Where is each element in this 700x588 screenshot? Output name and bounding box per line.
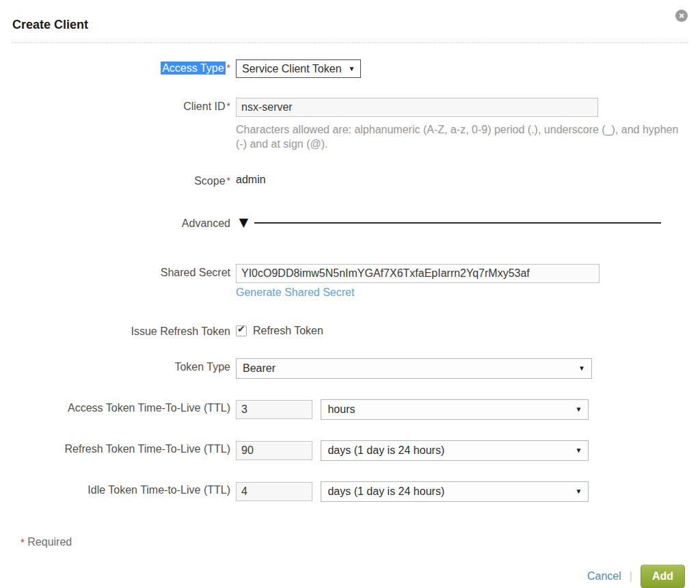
- idle-ttl-row: Idle Token Time-to-Live (TTL) days (1 da…: [12, 481, 688, 502]
- token-type-select[interactable]: Bearer ▼: [236, 358, 592, 379]
- refresh-ttl-row: Refresh Token Time-To-Live (TTL) days (1…: [12, 440, 688, 461]
- access-type-selected-value: Service Client Token: [242, 63, 342, 75]
- chevron-down-icon: ▼: [576, 405, 582, 413]
- advanced-label: Advanced: [182, 217, 230, 229]
- token-type-label-cell: Token Type: [12, 358, 230, 373]
- token-type-row: Token Type Bearer ▼: [12, 358, 688, 379]
- chevron-down-icon: ▼: [576, 487, 582, 495]
- required-asterisk: *: [227, 175, 230, 186]
- header-divider: [12, 42, 688, 43]
- dialog-title: Create Client: [12, 18, 88, 32]
- client-id-help-text: Characters allowed are: alphanumeric (A-…: [236, 123, 682, 152]
- refresh-ttl-label: Refresh Token Time-To-Live (TTL): [65, 443, 230, 455]
- token-type-label: Token Type: [174, 361, 230, 373]
- scope-label: Scope: [194, 175, 225, 187]
- client-id-label-cell: Client ID*: [12, 98, 230, 113]
- access-ttl-unit-value: hours: [327, 403, 355, 416]
- refresh-ttl-unit-value: days (1 day is 24 hours): [327, 444, 444, 457]
- scope-label-cell: Scope*: [12, 172, 230, 187]
- chevron-down-icon: ▼: [349, 65, 355, 72]
- shared-secret-label-cell: Shared Secret: [12, 264, 230, 279]
- idle-ttl-label: Idle Token Time-to-Live (TTL): [88, 484, 230, 496]
- generate-shared-secret-link[interactable]: Generate Shared Secret: [236, 286, 354, 299]
- idle-ttl-label-cell: Idle Token Time-to-Live (TTL): [12, 481, 230, 496]
- access-ttl-unit-select[interactable]: hours ▼: [321, 399, 589, 420]
- close-glyph: ✕: [678, 12, 684, 20]
- shared-secret-row: Shared Secret Generate Shared Secret: [12, 264, 688, 299]
- advanced-row: Advanced ▼: [12, 215, 688, 230]
- shared-secret-label: Shared Secret: [161, 267, 230, 278]
- cancel-button[interactable]: Cancel: [587, 570, 621, 583]
- refresh-ttl-unit-select[interactable]: days (1 day is 24 hours) ▼: [321, 440, 589, 461]
- footer-divider: |: [630, 570, 632, 583]
- issue-refresh-token-row: Issue Refresh Token ✔ Refresh Token: [12, 323, 688, 338]
- required-note-label: Required: [27, 536, 72, 548]
- access-ttl-label: Access Token Time-To-Live (TTL): [68, 402, 230, 414]
- refresh-token-checkbox-label: Refresh Token: [253, 325, 323, 337]
- required-asterisk: *: [227, 101, 230, 111]
- dialog-footer: Cancel | Add: [12, 565, 688, 588]
- access-type-label: Access Type: [161, 62, 225, 75]
- idle-ttl-input[interactable]: [236, 482, 312, 501]
- issue-refresh-token-label-cell: Issue Refresh Token: [12, 323, 230, 338]
- required-asterisk: *: [227, 62, 230, 73]
- access-ttl-row: Access Token Time-To-Live (TTL) hours ▼: [12, 399, 688, 420]
- access-type-select[interactable]: Service Client Token ▼: [236, 59, 361, 78]
- shared-secret-input[interactable]: [236, 264, 600, 283]
- close-icon[interactable]: ✕: [675, 10, 688, 22]
- required-note: * Required: [12, 536, 688, 548]
- client-id-label: Client ID: [183, 101, 225, 112]
- required-asterisk: *: [21, 536, 25, 548]
- chevron-down-icon: ▼: [578, 364, 585, 372]
- refresh-ttl-label-cell: Refresh Token Time-To-Live (TTL): [12, 440, 230, 455]
- refresh-token-checkbox[interactable]: ✔: [236, 325, 247, 336]
- create-client-dialog: Create Client ✕ Access Type* Service Cli…: [0, 0, 700, 588]
- client-id-row: Client ID* Characters allowed are: alpha…: [12, 98, 688, 152]
- access-type-row: Access Type* Service Client Token ▼: [12, 59, 688, 78]
- advanced-divider-line: [254, 222, 661, 224]
- refresh-ttl-input[interactable]: [236, 441, 312, 460]
- advanced-label-cell: Advanced: [12, 215, 230, 230]
- add-button[interactable]: Add: [641, 565, 685, 588]
- checkmark-icon: ✔: [237, 323, 245, 334]
- scope-value: admin: [236, 172, 688, 186]
- scope-row: Scope* admin: [12, 172, 688, 187]
- idle-ttl-unit-select[interactable]: days (1 day is 24 hours) ▼: [321, 481, 589, 502]
- advanced-collapse-triangle-icon[interactable]: ▼: [236, 215, 252, 230]
- token-type-selected-value: Bearer: [243, 362, 275, 375]
- idle-ttl-unit-value: days (1 day is 24 hours): [327, 485, 444, 498]
- access-ttl-label-cell: Access Token Time-To-Live (TTL): [12, 399, 230, 414]
- access-type-label-cell: Access Type*: [12, 59, 230, 75]
- access-ttl-input[interactable]: [236, 400, 312, 419]
- chevron-down-icon: ▼: [576, 446, 582, 454]
- dialog-header: Create Client ✕: [12, 0, 688, 32]
- issue-refresh-token-label: Issue Refresh Token: [131, 325, 230, 337]
- client-id-input[interactable]: [236, 98, 598, 117]
